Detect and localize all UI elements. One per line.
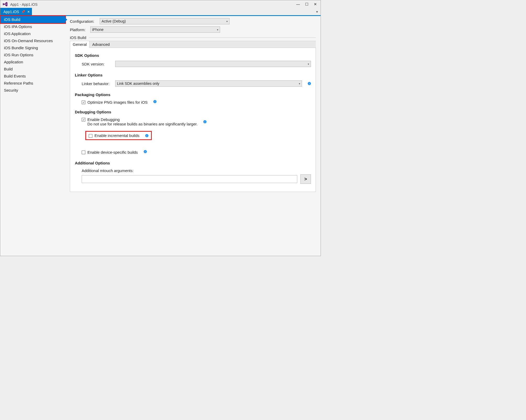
- info-icon[interactable]: i: [153, 100, 156, 103]
- sidebar-item-security[interactable]: Security: [0, 87, 65, 94]
- platform-value: iPhone: [92, 27, 104, 32]
- sidebar-item-ios-ondemand[interactable]: iOS On-Demand Resources: [0, 37, 65, 44]
- mtouch-args-row: >: [82, 174, 311, 184]
- info-icon[interactable]: i: [144, 150, 147, 153]
- mtouch-go-button[interactable]: >: [300, 174, 311, 184]
- enable-debugging-row: Enable Debugging Do not use for release …: [82, 117, 311, 126]
- minimize-button[interactable]: —: [296, 2, 300, 6]
- chevron-down-icon: ▾: [217, 28, 218, 31]
- linker-behavior-label: Linker behavior:: [82, 81, 113, 86]
- configuration-row: Configuration: Active (Debug) ▾: [70, 18, 316, 24]
- divider: [89, 37, 316, 38]
- sidebar-item-build-events[interactable]: Build Events: [0, 73, 65, 80]
- enable-debugging-note: Do not use for release builds as binarie…: [87, 122, 198, 126]
- configuration-combo[interactable]: Active (Debug) ▾: [100, 18, 230, 24]
- pin-icon[interactable]: 📌: [21, 10, 25, 14]
- sidebar-item-ios-ipa-options[interactable]: iOS IPA Options: [0, 23, 65, 30]
- info-icon[interactable]: i: [145, 134, 148, 137]
- linker-behavior-combo[interactable]: Link SDK assemblies only ▾: [115, 80, 302, 87]
- enable-device-specific-label: Enable device-specific builds: [87, 150, 138, 154]
- subtabs: General Advanced: [70, 41, 316, 48]
- sidebar-item-ios-run-options[interactable]: iOS Run Options: [0, 51, 65, 58]
- titlebar: App1 - App1.iOS — ☐ ✕: [0, 0, 321, 8]
- sdk-options-title: SDK Options: [75, 53, 311, 58]
- maximize-button[interactable]: ☐: [305, 2, 309, 6]
- sdk-version-label: SDK version:: [82, 62, 113, 66]
- enable-debugging-checkbox[interactable]: [82, 118, 85, 121]
- sidebar-item-ios-application[interactable]: iOS Application: [0, 30, 65, 37]
- linker-behavior-row: Linker behavior: Link SDK assemblies onl…: [82, 80, 311, 87]
- optimize-png-label: Optimize PNG images files for iOS: [87, 100, 148, 104]
- properties-sidebar: iOS Build iOS IPA Options iOS Applicatio…: [0, 16, 65, 256]
- enable-device-specific-checkbox[interactable]: [82, 151, 85, 154]
- tab-label: App1.iOS: [3, 10, 19, 14]
- platform-label: Platform:: [70, 27, 88, 32]
- tab-general[interactable]: General: [70, 41, 89, 48]
- info-icon[interactable]: i: [308, 82, 311, 85]
- enable-debugging-label: Enable Debugging Do not use for release …: [87, 117, 198, 126]
- tab-close-icon[interactable]: ✕: [27, 10, 30, 14]
- debugging-options-title: Debugging Options: [75, 110, 311, 114]
- window: App1 - App1.iOS — ☐ ✕ App1.iOS 📌 ✕ ▼ iOS…: [0, 0, 321, 256]
- configuration-value: Active (Debug): [102, 19, 126, 23]
- optimize-png-row: Optimize PNG images files for iOS i: [82, 100, 311, 104]
- chevron-down-icon: ▾: [299, 82, 300, 85]
- section-header: iOS Build: [70, 35, 316, 40]
- document-tabbar: App1.iOS 📌 ✕ ▼: [0, 8, 321, 16]
- chevron-down-icon: ▾: [226, 20, 228, 23]
- enable-debugging-text: Enable Debugging: [87, 117, 120, 122]
- chevron-down-icon: ▾: [308, 63, 309, 65]
- window-title: App1 - App1.iOS: [10, 2, 296, 7]
- sidebar-item-reference-paths[interactable]: Reference Paths: [0, 80, 65, 87]
- sidebar-item-ios-bundle-signing[interactable]: iOS Bundle Signing: [0, 44, 65, 51]
- mtouch-label: Additional mtouch arguments:: [82, 168, 311, 173]
- general-panel: SDK Options SDK version: ▾ Linker Option…: [70, 48, 316, 192]
- sidebar-item-ios-build[interactable]: iOS Build: [0, 15, 66, 24]
- packaging-options-title: Packaging Options: [75, 92, 311, 97]
- sidebar-item-application[interactable]: Application: [0, 58, 65, 65]
- sidebar-item-build[interactable]: Build: [0, 65, 65, 73]
- linker-behavior-value: Link SDK assemblies only: [117, 81, 159, 86]
- platform-combo[interactable]: iPhone ▾: [90, 26, 220, 33]
- platform-row: Platform: iPhone ▾: [70, 26, 316, 33]
- enable-incremental-checkbox[interactable]: [89, 134, 92, 138]
- content-body: iOS Build iOS IPA Options iOS Applicatio…: [0, 16, 321, 256]
- window-controls: — ☐ ✕: [296, 2, 320, 6]
- enable-incremental-highlight: Enable incremental builds i: [85, 131, 152, 140]
- tab-advanced[interactable]: Advanced: [89, 41, 112, 48]
- sdk-version-row: SDK version: ▾: [82, 61, 311, 67]
- close-button[interactable]: ✕: [314, 2, 317, 6]
- optimize-png-checkbox[interactable]: [82, 101, 85, 104]
- additional-options-title: Additional Options: [75, 161, 311, 165]
- configuration-label: Configuration:: [70, 19, 98, 24]
- main-panel: Configuration: Active (Debug) ▾ Platform…: [65, 16, 321, 256]
- document-tab[interactable]: App1.iOS 📌 ✕: [0, 8, 32, 16]
- enable-incremental-label: Enable incremental builds: [94, 133, 139, 138]
- enable-device-specific-row: Enable device-specific builds i: [82, 150, 311, 154]
- tab-overflow-icon[interactable]: ▼: [316, 10, 321, 13]
- linker-options-title: Linker Options: [75, 73, 311, 77]
- section-title: iOS Build: [70, 35, 86, 40]
- sdk-version-combo[interactable]: ▾: [115, 61, 311, 67]
- mtouch-args-input[interactable]: [82, 175, 297, 183]
- info-icon[interactable]: i: [203, 120, 206, 123]
- visual-studio-icon: [2, 1, 8, 7]
